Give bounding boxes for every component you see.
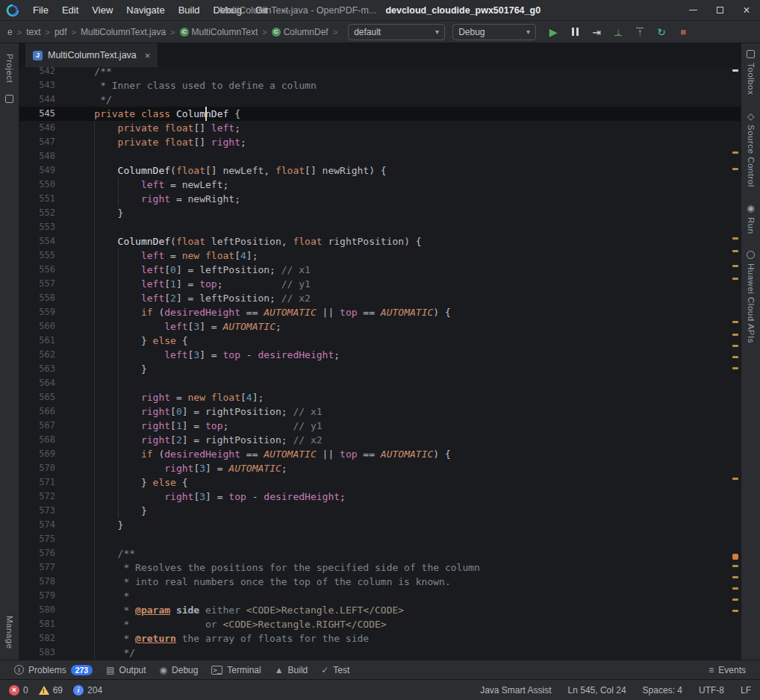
refresh-icon[interactable]: ↻ xyxy=(653,24,670,40)
error-count[interactable]: × 0 xyxy=(9,685,28,696)
line-number[interactable]: 561 xyxy=(19,334,55,348)
line-number[interactable]: 545 xyxy=(19,107,55,121)
sidebar-item-project[interactable]: Project xyxy=(5,54,14,83)
code-line[interactable]: 548 xyxy=(19,149,741,163)
minimize-button[interactable] xyxy=(679,0,706,21)
tool-window-events[interactable]: ≡ Events xyxy=(702,660,753,680)
warning-stripe-mark[interactable] xyxy=(732,151,738,154)
line-number[interactable]: 563 xyxy=(19,362,55,376)
code-line[interactable]: 569 if (desiredHeight == AUTOMATIC || to… xyxy=(19,447,741,461)
code-line[interactable]: 556 left[0] = leftPosition; // x1 xyxy=(19,263,741,277)
code-line[interactable]: 542 /** xyxy=(19,67,741,78)
breadcrumb-item[interactable]: e xyxy=(6,27,14,37)
code-line[interactable]: 577 * Resolves the positions for the spe… xyxy=(19,560,741,575)
warning-stripe-mark[interactable] xyxy=(732,576,738,578)
code-line[interactable]: 583 */ xyxy=(19,646,741,660)
menu-build[interactable]: Build xyxy=(172,0,207,21)
status-caret-position[interactable]: Ln 545, Col 24 xyxy=(568,685,626,696)
code-line[interactable]: 546 private float[] left; xyxy=(19,121,741,135)
warning-stripe-mark[interactable] xyxy=(732,367,738,369)
line-number[interactable]: 577 xyxy=(19,560,55,575)
line-number[interactable]: 547 xyxy=(19,135,55,149)
sidebar-item-huawei-cloud-apis[interactable]: Huawei Cloud APIs xyxy=(746,250,756,343)
line-number[interactable]: 579 xyxy=(19,589,55,603)
code-line[interactable]: 576 /** xyxy=(19,546,741,560)
line-number[interactable]: 566 xyxy=(19,404,55,419)
info-count[interactable]: i 204 xyxy=(73,685,102,696)
line-number[interactable]: 549 xyxy=(19,163,55,178)
code-line[interactable]: 578 * into real numbers once the top of … xyxy=(19,575,741,589)
code-line[interactable]: 544 */ xyxy=(19,93,741,107)
warning-stripe-mark[interactable] xyxy=(732,237,738,240)
tab-multicolumntext-java[interactable]: J MultiColumnText.java × xyxy=(25,43,158,67)
code-line[interactable]: 581 * or <CODE>Rectangle.RIGHT</CODE> xyxy=(19,617,741,631)
line-number[interactable]: 548 xyxy=(19,149,55,163)
sidebar-item-run[interactable]: ◉ Run xyxy=(746,204,756,234)
line-number[interactable]: 551 xyxy=(19,192,55,206)
code-line[interactable]: 562 left[3] = top - desiredHeight; xyxy=(19,348,741,362)
warning-stripe-mark[interactable] xyxy=(732,265,738,267)
menu-navigate[interactable]: Navigate xyxy=(119,0,171,21)
download-icon[interactable]: ↓ xyxy=(610,24,626,40)
code-line[interactable]: 572 right[3] = top - desiredHeight; xyxy=(19,490,741,504)
line-number[interactable]: 573 xyxy=(19,504,55,518)
line-number[interactable]: 552 xyxy=(19,206,55,220)
line-number[interactable]: 553 xyxy=(19,220,55,234)
code-line[interactable]: 582 * @return the array of floats for th… xyxy=(19,631,741,646)
warning-stripe-mark[interactable] xyxy=(732,599,738,601)
status-encoding[interactable]: UTF-8 xyxy=(699,685,724,696)
code-line[interactable]: 574 } xyxy=(19,518,741,532)
line-number[interactable]: 571 xyxy=(19,475,55,490)
line-number[interactable]: 562 xyxy=(19,348,55,362)
warning-stripe-mark[interactable] xyxy=(732,250,738,252)
warning-stripe-mark[interactable] xyxy=(732,321,738,323)
code-line[interactable]: 580 * @param side either <CODE>Rectangle… xyxy=(19,603,741,617)
line-number[interactable]: 564 xyxy=(19,376,55,390)
sidebar-item-source-control[interactable]: ◇ Source Control xyxy=(746,111,756,187)
menu-edit[interactable]: Edit xyxy=(55,0,85,21)
code-line[interactable]: 566 right[0] = rightPosition; // x1 xyxy=(19,404,741,419)
close-button[interactable]: × xyxy=(733,0,760,21)
line-number[interactable]: 544 xyxy=(19,93,55,107)
code-line[interactable]: 564 xyxy=(19,376,741,390)
code-line[interactable]: 579 * xyxy=(19,589,741,603)
tool-window-output[interactable]: ▤ Output xyxy=(99,660,152,680)
code-line[interactable]: 549 ColumnDef(float[] newLeft, float[] n… xyxy=(19,163,741,178)
code-line[interactable]: 575 xyxy=(19,532,741,546)
warning-stripe-mark[interactable] xyxy=(732,334,738,336)
bookmark-stripe-mark[interactable] xyxy=(732,554,738,560)
line-number[interactable]: 578 xyxy=(19,575,55,589)
tool-window-problems[interactable]: ! Problems 273 xyxy=(7,660,99,680)
code-line[interactable]: 563 } xyxy=(19,362,741,376)
line-number[interactable]: 550 xyxy=(19,178,55,192)
warning-stripe-mark[interactable] xyxy=(732,168,738,170)
scrollbar-mark[interactable] xyxy=(732,69,738,72)
code-line[interactable]: 547 private float[] right; xyxy=(19,135,741,149)
code-line[interactable]: 565 right = new float[4]; xyxy=(19,390,741,404)
code-line[interactable]: 573 } xyxy=(19,504,741,518)
line-number[interactable]: 559 xyxy=(19,305,55,319)
code-line[interactable]: 561 } else { xyxy=(19,334,741,348)
breadcrumb-item-class[interactable]: CColumnDef xyxy=(270,27,330,37)
upload-icon[interactable]: ↑ xyxy=(632,24,648,40)
sidebar-item-manage[interactable]: Manage xyxy=(5,616,14,649)
warning-count[interactable]: ! 69 xyxy=(39,685,63,696)
code-line[interactable]: 555 left = new float[4]; xyxy=(19,249,741,263)
status-line-ending[interactable]: LF xyxy=(741,685,751,696)
line-number[interactable]: 557 xyxy=(19,277,55,291)
line-number[interactable]: 565 xyxy=(19,390,55,404)
line-number[interactable]: 556 xyxy=(19,263,55,277)
tool-window-test[interactable]: ✓ Test xyxy=(314,660,356,680)
stop-icon[interactable]: ■ xyxy=(675,24,691,40)
line-number[interactable]: 568 xyxy=(19,433,55,447)
code-line[interactable]: 550 left = newLeft; xyxy=(19,178,741,192)
code-line[interactable]: 559 if (desiredHeight == AUTOMATIC || to… xyxy=(19,305,741,319)
line-number[interactable]: 567 xyxy=(19,419,55,433)
code-line[interactable]: 567 right[1] = top; // y1 xyxy=(19,419,741,433)
code-editor[interactable]: 542 /**543 * Inner class used to define … xyxy=(19,67,741,660)
warning-stripe-mark[interactable] xyxy=(732,565,738,567)
line-number[interactable]: 576 xyxy=(19,546,55,560)
line-number[interactable]: 580 xyxy=(19,603,55,617)
breadcrumb-item-class[interactable]: CMultiColumnText xyxy=(178,27,260,37)
warning-stripe-mark[interactable] xyxy=(732,345,738,347)
